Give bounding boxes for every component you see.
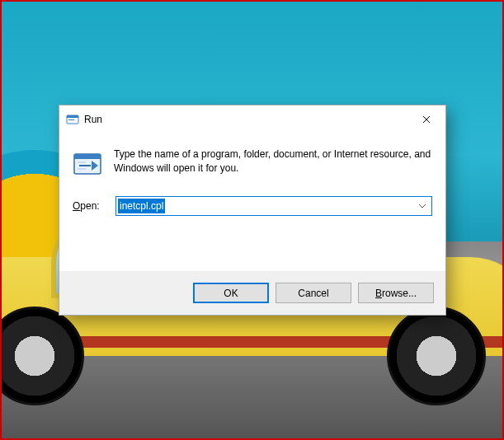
dialog-title: Run xyxy=(84,114,407,125)
cancel-button[interactable]: Cancel xyxy=(276,283,351,303)
svg-rect-1 xyxy=(67,115,78,118)
close-button[interactable] xyxy=(407,107,445,132)
open-input[interactable] xyxy=(115,196,432,216)
dialog-content: Type the name of a program, folder, docu… xyxy=(59,133,445,188)
open-label: Open: xyxy=(73,200,107,212)
close-icon xyxy=(422,115,431,124)
button-row: OK Cancel Browse... xyxy=(59,271,445,315)
open-dropdown-button[interactable] xyxy=(413,197,431,215)
svg-rect-4 xyxy=(74,154,101,159)
run-icon-large xyxy=(73,149,102,181)
car-wheel-front xyxy=(387,307,486,405)
run-icon xyxy=(66,113,79,126)
titlebar[interactable]: Run xyxy=(59,105,445,133)
ok-button[interactable]: OK xyxy=(193,283,269,303)
svg-rect-2 xyxy=(68,119,74,120)
browse-button[interactable]: Browse... xyxy=(358,283,434,303)
open-combobox[interactable]: inetcpl.cpl xyxy=(115,196,432,216)
chevron-down-icon xyxy=(418,204,426,208)
open-field-row: Open: inetcpl.cpl xyxy=(59,188,445,224)
run-dialog: Run Type the name of a program, folder, … xyxy=(59,105,446,316)
dialog-description: Type the name of a program, folder, docu… xyxy=(114,147,432,181)
